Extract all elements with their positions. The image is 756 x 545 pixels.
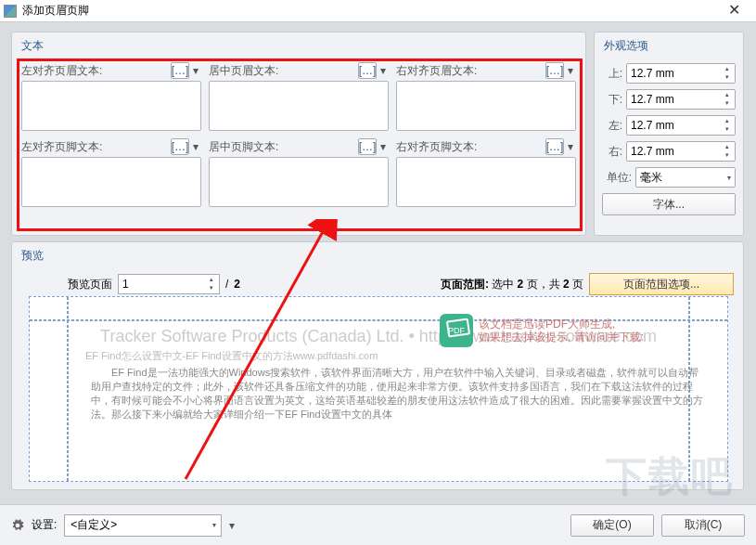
header-center-input[interactable] <box>209 81 389 131</box>
macro-button[interactable]: […] <box>171 62 189 79</box>
margin-bottom-input[interactable]: 12.7 mm▴▾ <box>626 89 736 110</box>
footer-center-input[interactable] <box>209 157 389 207</box>
header-right-label: 右对齐页眉文本: <box>396 63 545 79</box>
margin-bottom-label: 下: <box>602 92 622 108</box>
cancel-button[interactable]: 取消(C) <box>661 514 745 537</box>
preview-page-input[interactable]: 1▴▾ <box>118 274 220 294</box>
chevron-down-icon[interactable]: ▾ <box>229 519 235 532</box>
titlebar: 添加页眉页脚 ✕ <box>0 0 756 22</box>
macro-button[interactable]: […] <box>171 138 189 155</box>
window-title: 添加页眉页脚 <box>22 3 715 19</box>
macro-button[interactable]: […] <box>358 62 377 79</box>
page-range-options-button[interactable]: 页面范围选项... <box>589 273 734 295</box>
preview-page-label: 预览页面 <box>68 277 112 292</box>
bottom-bar: 设置: <自定义>▾ ▾ 确定(O) 取消(C) <box>0 504 756 545</box>
margin-top-input[interactable]: 12.7 mm▴▾ <box>626 63 736 84</box>
margin-right-input[interactable]: 12.7 mm▴▾ <box>626 141 736 162</box>
page-range-text: 页面范围: 选中 2 页，共 2 页 <box>441 277 583 292</box>
footer-left-label: 左对齐页脚文本: <box>21 139 171 155</box>
margin-left-input[interactable]: 12.7 mm▴▾ <box>626 115 736 136</box>
macro-button[interactable]: […] <box>545 138 564 155</box>
page-total: 2 <box>234 278 240 291</box>
header-left-label: 左对齐页眉文本: <box>21 63 171 79</box>
unit-select[interactable]: 毫米▾ <box>635 167 736 188</box>
chevron-down-icon[interactable]: ▾ <box>565 64 576 77</box>
chevron-down-icon[interactable]: ▾ <box>378 64 389 77</box>
text-section-title: 文本 <box>12 32 585 58</box>
header-left-input[interactable] <box>21 81 201 131</box>
footer-center-label: 居中页脚文本: <box>209 139 358 155</box>
chevron-down-icon[interactable]: ▾ <box>565 140 576 153</box>
footer-left-input[interactable] <box>21 157 201 207</box>
preview-title: 预览 <box>12 242 743 267</box>
margin-top-label: 上: <box>602 66 622 82</box>
margin-left-label: 左: <box>602 118 622 134</box>
appearance-section: 外观选项 上:12.7 mm▴▾ 下:12.7 mm▴▾ 左:12.7 mm▴▾… <box>594 32 744 236</box>
chevron-down-icon[interactable]: ▾ <box>190 64 201 77</box>
pdf-icon: PDF <box>440 314 473 347</box>
page-sep: / <box>225 278 228 291</box>
header-center-label: 居中页眉文本: <box>209 63 358 79</box>
margin-right-label: 右: <box>602 144 622 160</box>
pdf-stamp: PDF 该文档是迅读PDF大师生成, 如果想去掉该提示, 请访问并下载: <box>440 314 644 347</box>
font-button[interactable]: 字体... <box>602 193 736 215</box>
doc-body: EF Find是一法功能强大的Windows搜索软件，该软件界面清晰大方，用户在… <box>91 366 709 422</box>
unit-label: 单位: <box>602 170 632 186</box>
doc-subheader: EF Find怎么设置中文-EF Find设置中文的方法www.pdfdashi… <box>85 349 709 363</box>
app-icon <box>4 5 17 18</box>
ok-button[interactable]: 确定(O) <box>570 514 654 537</box>
download-watermark: 下载吧 <box>606 449 734 504</box>
chevron-down-icon[interactable]: ▾ <box>378 140 389 153</box>
header-right-input[interactable] <box>396 81 576 131</box>
chevron-down-icon[interactable]: ▾ <box>190 140 201 153</box>
appearance-title: 外观选项 <box>595 32 743 58</box>
gear-icon <box>11 519 24 532</box>
macro-button[interactable]: […] <box>358 138 377 155</box>
footer-right-label: 右对齐页脚文本: <box>396 139 545 155</box>
macro-button[interactable]: […] <box>545 62 564 79</box>
settings-select[interactable]: <自定义>▾ <box>64 514 222 537</box>
footer-right-input[interactable] <box>396 157 576 207</box>
settings-label: 设置: <box>32 517 57 533</box>
close-button[interactable]: ✕ <box>715 1 752 21</box>
text-section: 文本 左对齐页眉文本: […] ▾ 居中页眉文本: […] ▾ <box>11 32 586 236</box>
